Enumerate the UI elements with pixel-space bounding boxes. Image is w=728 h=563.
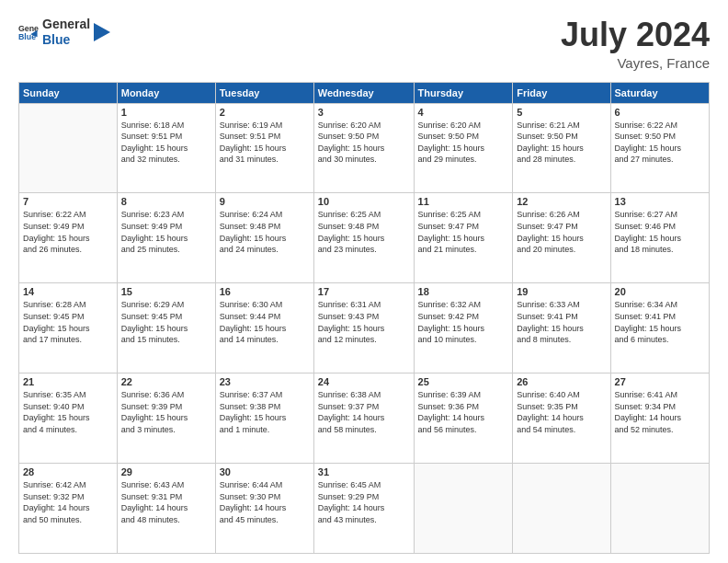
day-info: Sunrise: 6:24 AMSunset: 9:48 PMDaylight:…	[220, 209, 310, 255]
table-row: 15Sunrise: 6:29 AMSunset: 9:45 PMDayligh…	[117, 283, 215, 373]
page: General Blue General Blue July 2024 Vayr…	[0, 0, 728, 563]
day-number: 6	[615, 107, 705, 118]
table-row: 27Sunrise: 6:41 AMSunset: 9:34 PMDayligh…	[610, 373, 709, 464]
main-title: July 2024	[561, 17, 710, 53]
table-row: 3Sunrise: 6:20 AMSunset: 9:50 PMDaylight…	[313, 103, 414, 193]
table-row: 1Sunrise: 6:18 AMSunset: 9:51 PMDaylight…	[117, 103, 215, 193]
table-row: 29Sunrise: 6:43 AMSunset: 9:31 PMDayligh…	[117, 464, 215, 554]
day-info: Sunrise: 6:19 AMSunset: 9:51 PMDaylight:…	[220, 120, 310, 166]
day-number: 15	[121, 286, 211, 297]
table-row: 22Sunrise: 6:36 AMSunset: 9:39 PMDayligh…	[117, 373, 215, 464]
day-number: 3	[318, 107, 410, 118]
table-row	[513, 464, 610, 554]
day-info: Sunrise: 6:33 AMSunset: 9:41 PMDaylight:…	[517, 299, 606, 345]
table-row: 8Sunrise: 6:23 AMSunset: 9:49 PMDaylight…	[117, 193, 215, 283]
day-info: Sunrise: 6:25 AMSunset: 9:47 PMDaylight:…	[418, 209, 509, 255]
day-number: 8	[121, 196, 211, 207]
table-row: 11Sunrise: 6:25 AMSunset: 9:47 PMDayligh…	[414, 193, 513, 283]
day-number: 4	[418, 107, 509, 118]
day-info: Sunrise: 6:30 AMSunset: 9:44 PMDaylight:…	[220, 299, 310, 345]
calendar-week-row: 1Sunrise: 6:18 AMSunset: 9:51 PMDaylight…	[19, 103, 710, 193]
day-info: Sunrise: 6:39 AMSunset: 9:36 PMDaylight:…	[418, 389, 509, 435]
day-info: Sunrise: 6:27 AMSunset: 9:46 PMDaylight:…	[615, 209, 705, 255]
table-row: 12Sunrise: 6:26 AMSunset: 9:47 PMDayligh…	[513, 193, 610, 283]
day-info: Sunrise: 6:32 AMSunset: 9:42 PMDaylight:…	[418, 299, 509, 345]
day-number: 22	[121, 376, 211, 387]
table-row: 30Sunrise: 6:44 AMSunset: 9:30 PMDayligh…	[215, 464, 313, 554]
logo-icon: General Blue	[18, 22, 39, 42]
calendar-table: Sunday Monday Tuesday Wednesday Thursday…	[18, 82, 710, 554]
col-saturday: Saturday	[610, 82, 709, 103]
svg-marker-3	[94, 23, 110, 41]
day-info: Sunrise: 6:31 AMSunset: 9:43 PMDaylight:…	[318, 299, 410, 345]
day-number: 10	[318, 196, 410, 207]
day-number: 14	[23, 286, 113, 297]
table-row: 25Sunrise: 6:39 AMSunset: 9:36 PMDayligh…	[414, 373, 513, 464]
day-info: Sunrise: 6:25 AMSunset: 9:48 PMDaylight:…	[318, 209, 410, 255]
table-row: 26Sunrise: 6:40 AMSunset: 9:35 PMDayligh…	[513, 373, 610, 464]
day-number: 18	[418, 286, 509, 297]
day-info: Sunrise: 6:22 AMSunset: 9:50 PMDaylight:…	[615, 120, 705, 166]
header: General Blue General Blue July 2024 Vayr…	[18, 17, 710, 71]
day-number: 24	[318, 376, 410, 387]
table-row: 7Sunrise: 6:22 AMSunset: 9:49 PMDaylight…	[19, 193, 118, 283]
table-row: 20Sunrise: 6:34 AMSunset: 9:41 PMDayligh…	[610, 283, 709, 373]
table-row: 4Sunrise: 6:20 AMSunset: 9:50 PMDaylight…	[414, 103, 513, 193]
day-number: 7	[23, 196, 113, 207]
table-row: 2Sunrise: 6:19 AMSunset: 9:51 PMDaylight…	[215, 103, 313, 193]
svg-text:Blue: Blue	[18, 32, 36, 41]
table-row: 21Sunrise: 6:35 AMSunset: 9:40 PMDayligh…	[19, 373, 118, 464]
table-row: 28Sunrise: 6:42 AMSunset: 9:32 PMDayligh…	[19, 464, 118, 554]
day-number: 23	[220, 376, 310, 387]
logo: General Blue General Blue	[18, 17, 110, 48]
calendar-week-row: 14Sunrise: 6:28 AMSunset: 9:45 PMDayligh…	[19, 283, 710, 373]
day-info: Sunrise: 6:42 AMSunset: 9:32 PMDaylight:…	[23, 479, 113, 525]
day-info: Sunrise: 6:43 AMSunset: 9:31 PMDaylight:…	[121, 479, 211, 525]
day-number: 16	[220, 286, 310, 297]
day-info: Sunrise: 6:18 AMSunset: 9:51 PMDaylight:…	[121, 120, 211, 166]
day-info: Sunrise: 6:44 AMSunset: 9:30 PMDaylight:…	[220, 479, 310, 525]
table-row: 13Sunrise: 6:27 AMSunset: 9:46 PMDayligh…	[610, 193, 709, 283]
table-row	[19, 103, 118, 193]
day-number: 1	[121, 107, 211, 118]
col-monday: Monday	[117, 82, 215, 103]
table-row: 31Sunrise: 6:45 AMSunset: 9:29 PMDayligh…	[313, 464, 414, 554]
table-row: 17Sunrise: 6:31 AMSunset: 9:43 PMDayligh…	[313, 283, 414, 373]
logo-blue: Blue	[42, 32, 90, 48]
day-info: Sunrise: 6:26 AMSunset: 9:47 PMDaylight:…	[517, 209, 606, 255]
table-row: 10Sunrise: 6:25 AMSunset: 9:48 PMDayligh…	[313, 193, 414, 283]
day-info: Sunrise: 6:20 AMSunset: 9:50 PMDaylight:…	[318, 120, 410, 166]
col-thursday: Thursday	[414, 82, 513, 103]
day-number: 31	[318, 466, 410, 477]
day-info: Sunrise: 6:28 AMSunset: 9:45 PMDaylight:…	[23, 299, 113, 345]
table-row: 16Sunrise: 6:30 AMSunset: 9:44 PMDayligh…	[215, 283, 313, 373]
day-info: Sunrise: 6:22 AMSunset: 9:49 PMDaylight:…	[23, 209, 113, 255]
day-number: 19	[517, 286, 606, 297]
table-row	[610, 464, 709, 554]
day-number: 30	[220, 466, 310, 477]
day-info: Sunrise: 6:29 AMSunset: 9:45 PMDaylight:…	[121, 299, 211, 345]
day-number: 20	[615, 286, 705, 297]
day-number: 27	[615, 376, 705, 387]
logo-arrow-icon	[94, 23, 110, 41]
day-number: 12	[517, 196, 606, 207]
day-number: 2	[220, 107, 310, 118]
day-info: Sunrise: 6:37 AMSunset: 9:38 PMDaylight:…	[220, 389, 310, 435]
day-info: Sunrise: 6:20 AMSunset: 9:50 PMDaylight:…	[418, 120, 509, 166]
day-number: 11	[418, 196, 509, 207]
table-row: 19Sunrise: 6:33 AMSunset: 9:41 PMDayligh…	[513, 283, 610, 373]
day-number: 13	[615, 196, 705, 207]
calendar-header-row: Sunday Monday Tuesday Wednesday Thursday…	[19, 82, 710, 103]
day-number: 5	[517, 107, 606, 118]
col-tuesday: Tuesday	[215, 82, 313, 103]
day-info: Sunrise: 6:23 AMSunset: 9:49 PMDaylight:…	[121, 209, 211, 255]
day-number: 29	[121, 466, 211, 477]
day-number: 21	[23, 376, 113, 387]
table-row: 24Sunrise: 6:38 AMSunset: 9:37 PMDayligh…	[313, 373, 414, 464]
day-info: Sunrise: 6:35 AMSunset: 9:40 PMDaylight:…	[23, 389, 113, 435]
calendar-week-row: 28Sunrise: 6:42 AMSunset: 9:32 PMDayligh…	[19, 464, 710, 554]
logo-general: General	[42, 17, 90, 32]
day-info: Sunrise: 6:38 AMSunset: 9:37 PMDaylight:…	[318, 389, 410, 435]
table-row: 14Sunrise: 6:28 AMSunset: 9:45 PMDayligh…	[19, 283, 118, 373]
day-info: Sunrise: 6:40 AMSunset: 9:35 PMDaylight:…	[517, 389, 606, 435]
